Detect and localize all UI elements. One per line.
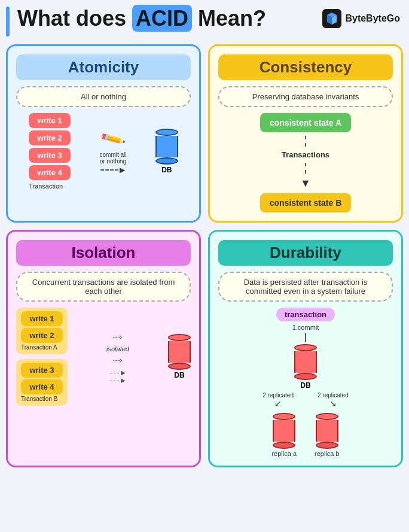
rep-b-bottom <box>316 442 338 449</box>
replica-a-cylinder <box>273 413 295 449</box>
commit-label: commit allor nothing <box>99 151 126 165</box>
dashed-line-bottom <box>305 163 306 174</box>
isolation-title: Isolation <box>16 240 191 266</box>
title-acid: ACID <box>132 5 192 32</box>
atomicity-write-1: write 1 <box>29 113 71 128</box>
iso-write-4: write 4 <box>21 379 63 394</box>
db-bottom-dur <box>294 373 317 380</box>
iso-group-a: write 1 write 2 Transaction A <box>16 308 68 354</box>
rep-b-top <box>316 413 338 420</box>
blue-accent-bar <box>6 7 10 37</box>
consistency-content: consistent state A Transactions ▼ consis… <box>218 113 393 212</box>
db-body-iso <box>168 341 191 363</box>
rep-a-top <box>273 413 295 420</box>
iso-write-2: write 2 <box>21 328 63 343</box>
iso-db: DB <box>168 334 191 379</box>
atomicity-transaction-label: Transaction <box>29 183 71 190</box>
bytebytelogo: ByteByteGo <box>322 9 400 28</box>
atomicity-desc: All or nothing <box>16 86 191 107</box>
durability-card: Durability Data is persisted after trans… <box>208 230 403 467</box>
iso-arrow-2: ⤑ <box>112 354 123 368</box>
title-suffix: Mean? <box>192 6 266 31</box>
iso-group-b: write 3 write 4 Transaction B <box>16 359 68 406</box>
dur-replicas: replica a replica b <box>271 413 339 457</box>
atomicity-card: Atomicity All or nothing write 1 write 2… <box>6 44 201 223</box>
iso-arrow-1: ⤑ <box>112 330 123 344</box>
db-bottom <box>155 157 178 165</box>
commit-label-dur: 1.commit <box>292 324 319 331</box>
page-title: What does ACID Mean? <box>17 6 266 31</box>
durability-content: transaction 1.commit DB 2.replicated ↙ 2… <box>218 308 393 457</box>
replica-b: replica b <box>315 413 340 457</box>
consistency-desc: Preserving database invariants <box>218 86 393 107</box>
rep-a-body <box>273 420 295 442</box>
state-b-box: consistent state B <box>260 193 352 212</box>
db-top-iso <box>168 334 191 341</box>
consistency-title: Consistency <box>218 54 393 80</box>
title-prefix: What does <box>17 6 132 31</box>
iso-middle: ⤑ isolated ⤑ - - - ▶ - - - ▶ <box>106 330 129 384</box>
replica-b-cylinder <box>316 413 338 449</box>
durability-transaction-box: transaction <box>276 308 335 321</box>
replicated-right: 2.replicated ↘ <box>318 392 349 408</box>
dashed-line-top <box>305 136 306 147</box>
main-grid: Atomicity All or nothing write 1 write 2… <box>6 44 403 467</box>
iso-dashes2: - - - ▶ <box>110 377 126 384</box>
replica-a: replica a <box>271 413 297 457</box>
state-a-box: consistent state A <box>260 113 351 132</box>
db-bottom-iso <box>168 363 191 370</box>
iso-db-label: DB <box>174 371 184 379</box>
isolation-desc: Concurrent transactions are isolated fro… <box>16 272 191 302</box>
iso-write-3: write 3 <box>21 363 63 378</box>
replica-b-label: replica b <box>315 450 340 457</box>
replicated-left: 2.replicated ↙ <box>263 392 294 408</box>
isolation-content: write 1 write 2 Transaction A write 3 wr… <box>16 308 191 406</box>
dur-line-1 <box>305 333 306 342</box>
transaction-b-label: Transaction B <box>21 396 63 402</box>
atomicity-write-2: write 2 <box>29 130 71 145</box>
pencil-icon: ✏️ <box>99 125 127 153</box>
atomicity-write-4: write 4 <box>29 165 71 180</box>
db-body-dur <box>294 351 317 373</box>
dur-db-row: DB <box>294 344 317 390</box>
durability-desc: Data is persisted after transaction is c… <box>218 272 393 302</box>
isolated-label: isolated <box>106 345 129 352</box>
rep-b-body <box>316 420 338 442</box>
dur-arrows: 2.replicated ↙ 2.replicated ↘ <box>263 392 348 408</box>
atomicity-write-list: write 1 write 2 write 3 write 4 <box>29 113 71 180</box>
db-body <box>155 136 178 157</box>
iso-write-1: write 1 <box>21 311 63 326</box>
transitions-label: Transactions <box>282 150 329 159</box>
db-cylinder-atomicity: DB <box>155 129 178 174</box>
atomicity-write-3: write 3 <box>29 148 71 163</box>
durability-title: Durability <box>218 240 393 266</box>
logo-text: ByteByteGo <box>345 13 400 24</box>
bytebytelogo-icon <box>322 9 341 28</box>
replica-a-label: replica a <box>271 450 297 457</box>
atomicity-title: Atomicity <box>16 54 191 80</box>
dur-db-label: DB <box>300 381 310 390</box>
atomicity-commit-area: ✏️ commit allor nothing ▶ <box>99 129 126 174</box>
db-cylinder-dur: DB <box>294 344 317 390</box>
rep-a-bottom <box>273 442 295 449</box>
atomicity-content: write 1 write 2 write 3 write 4 Transact… <box>16 113 191 190</box>
db-top-dur <box>294 344 317 351</box>
atomicity-db: DB <box>155 129 178 174</box>
atomicity-db-label: DB <box>161 166 172 174</box>
arrow-down-icon: ▼ <box>300 177 311 190</box>
iso-dashes: - - - ▶ <box>110 369 126 376</box>
transaction-a-label: Transaction A <box>21 344 63 351</box>
consistency-card: Consistency Preserving database invarian… <box>208 44 403 223</box>
isolation-card: Isolation Concurrent transactions are is… <box>6 230 201 467</box>
iso-groups: write 1 write 2 Transaction A write 3 wr… <box>16 308 68 406</box>
db-top <box>155 129 178 136</box>
db-cylinder-isolation: DB <box>168 334 191 379</box>
